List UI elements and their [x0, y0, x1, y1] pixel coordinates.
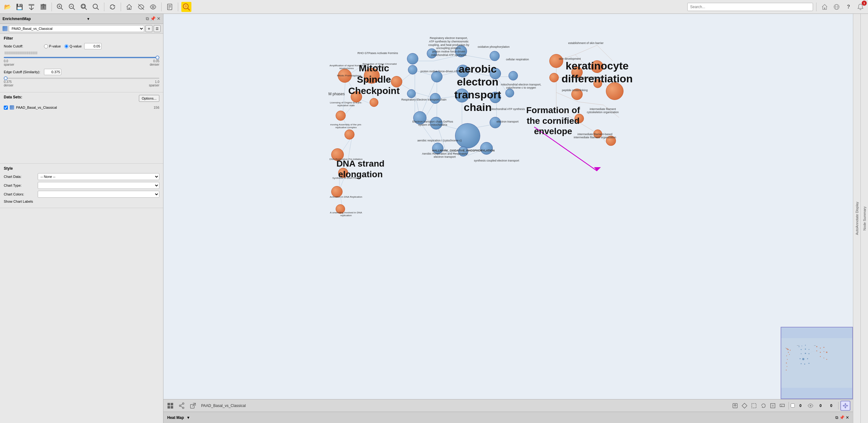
diamond-icon[interactable]: [740, 401, 749, 410]
node-nb10[interactable]: [407, 89, 416, 98]
hide-icon[interactable]: [136, 2, 146, 12]
edge-cutoff-slider-thumb[interactable]: [4, 77, 7, 80]
network-select[interactable]: PAAD_Basal_vs_Classical: [9, 25, 144, 32]
heatmap-pin-icon[interactable]: 📌: [839, 415, 844, 420]
node-hallmark[interactable]: [455, 123, 480, 148]
node-nb6[interactable]: [431, 71, 442, 82]
node-nb15[interactable]: [413, 111, 427, 124]
node-nk1[interactable]: [549, 54, 563, 68]
search-input[interactable]: [687, 3, 813, 11]
dataset-checkbox[interactable]: [4, 105, 8, 110]
node-n2[interactable]: [351, 91, 362, 102]
node-n1[interactable]: [338, 69, 352, 83]
node-nk7[interactable]: [606, 82, 623, 100]
import-icon[interactable]: [26, 2, 36, 12]
node-nk9[interactable]: [593, 129, 602, 138]
chart-colors-select[interactable]: [38, 191, 159, 198]
label-icon[interactable]: A: [778, 401, 786, 410]
notifications-icon[interactable]: 1: [856, 2, 866, 12]
refresh-icon[interactable]: [107, 2, 118, 12]
node-n6[interactable]: [338, 168, 348, 178]
chart-type-select[interactable]: [38, 182, 159, 189]
node-nb7[interactable]: [457, 65, 469, 77]
search-active-icon[interactable]: [181, 2, 191, 12]
node-nb8[interactable]: [490, 68, 501, 79]
chart-data-select[interactable]: -- None --: [38, 173, 159, 180]
p-value-radio[interactable]: [44, 44, 48, 49]
node-nb4[interactable]: [490, 51, 500, 61]
external-icon[interactable]: [189, 401, 197, 410]
save-icon[interactable]: 💾: [14, 2, 25, 12]
share-icon[interactable]: [177, 401, 186, 410]
home-icon[interactable]: [124, 2, 134, 12]
add-network-button[interactable]: +: [146, 25, 152, 32]
node-nb19[interactable]: [432, 143, 443, 154]
zoom-fit-icon[interactable]: [79, 2, 89, 12]
lasso-icon[interactable]: [759, 401, 768, 410]
node-n13[interactable]: [391, 76, 402, 87]
node-n3[interactable]: [336, 111, 346, 121]
node-nb20[interactable]: [458, 146, 468, 156]
export-icon[interactable]: [38, 2, 49, 12]
navigation-cross-button[interactable]: [840, 401, 850, 411]
zoom-reset-icon[interactable]: [91, 2, 101, 12]
node-nb16[interactable]: [430, 117, 442, 129]
node-n7[interactable]: [331, 186, 343, 198]
node-n4[interactable]: [344, 129, 354, 140]
panel-pin-icon[interactable]: 📌: [150, 16, 156, 21]
node-nb13[interactable]: [490, 92, 501, 103]
node-cutoff-slider-track[interactable]: [4, 57, 159, 58]
heatmap-float-icon[interactable]: ⧉: [835, 415, 838, 420]
node-nb9[interactable]: [508, 71, 518, 81]
edge-cutoff-value-input[interactable]: [44, 69, 61, 75]
heatmap-close-icon[interactable]: ✕: [846, 415, 849, 420]
node-nb3[interactable]: [455, 45, 467, 57]
panel-float-icon[interactable]: ⧉: [146, 16, 149, 21]
q-value-radio-label[interactable]: Q-value: [64, 44, 82, 49]
panel-close-icon[interactable]: ✕: [157, 16, 161, 21]
node-nk8[interactable]: [575, 114, 584, 123]
eye-icon[interactable]: [806, 401, 815, 410]
node-nb21[interactable]: [480, 142, 493, 155]
node-nk4[interactable]: [549, 73, 559, 82]
node-nk10[interactable]: [606, 136, 616, 146]
node-n5[interactable]: [331, 148, 344, 161]
globe-icon[interactable]: [832, 2, 842, 12]
node-nb5[interactable]: [408, 65, 417, 74]
node-summary-label[interactable]: Node Summary: [863, 207, 866, 230]
home3-icon[interactable]: [819, 2, 830, 12]
node-nb12[interactable]: [455, 89, 469, 102]
select-box-icon[interactable]: [768, 401, 777, 410]
export-bottom-icon[interactable]: [731, 401, 740, 410]
node-nk6[interactable]: [593, 79, 602, 88]
node-nb14[interactable]: [505, 89, 514, 97]
document-icon[interactable]: [165, 2, 175, 12]
node-nb18[interactable]: [490, 117, 501, 128]
node-cutoff-slider-thumb[interactable]: [156, 56, 159, 59]
open-folder-icon[interactable]: 📂: [2, 2, 12, 12]
grid-view-icon[interactable]: [166, 401, 175, 410]
zoom-out-icon[interactable]: [67, 2, 77, 12]
node-checkbox-bottom[interactable]: [791, 403, 795, 407]
help-icon[interactable]: ?: [843, 2, 854, 12]
zoom-in-icon[interactable]: [55, 2, 65, 12]
edge-cutoff-slider-track[interactable]: [4, 78, 159, 79]
network-menu-button[interactable]: ☰: [154, 25, 161, 32]
heatmap-arrow[interactable]: ▼: [186, 416, 190, 420]
network-canvas[interactable]: MitoticSpindleCheckpoint aerobicelectron…: [163, 14, 853, 399]
node-nk5[interactable]: [571, 89, 583, 100]
node-n10[interactable]: [364, 68, 380, 84]
panel-title-arrow[interactable]: ▼: [87, 17, 90, 21]
node-nk2[interactable]: [571, 67, 583, 78]
node-n8[interactable]: [336, 204, 345, 214]
node-cutoff-value-input[interactable]: [84, 43, 101, 49]
options-button[interactable]: Options...: [139, 95, 159, 102]
node-nb11[interactable]: [430, 93, 441, 104]
node-nk3[interactable]: [591, 60, 603, 73]
node-nb2[interactable]: [427, 49, 437, 58]
q-value-radio[interactable]: [64, 44, 68, 49]
p-value-radio-label[interactable]: P-value: [44, 44, 61, 49]
show-icon[interactable]: [148, 2, 158, 12]
node-n11[interactable]: [370, 98, 378, 107]
select-all-icon[interactable]: [749, 401, 758, 410]
